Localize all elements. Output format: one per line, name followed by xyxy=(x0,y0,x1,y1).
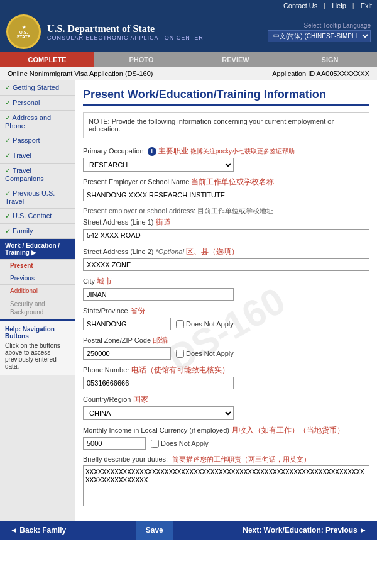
state-group: State/Province 省份 Does Not Apply xyxy=(83,306,369,330)
city-group: City 城市 xyxy=(83,276,369,301)
lang-selector-area: Select Tooltip Language 中文(简体) (CHINESE-… xyxy=(268,22,371,42)
save-button[interactable]: Save xyxy=(136,521,173,540)
postal-does-not-apply-label[interactable]: Does Not Apply xyxy=(176,350,234,358)
street2-label: Street Address (Line 2) *Optional 区、县（选填… xyxy=(83,247,369,257)
duties-group: Briefly describe your duties: 简要描述您的工作职责… xyxy=(83,455,369,508)
employer-name-input[interactable] xyxy=(83,189,369,201)
help-link[interactable]: Help xyxy=(332,2,346,9)
form-name: Online Nonimmigrant Visa Application (DS… xyxy=(8,70,153,77)
employer-name-group: Present Employer or School Name 当前工作单位或学… xyxy=(83,177,369,201)
sidebar-item-passport[interactable]: Passport xyxy=(0,133,75,148)
primary-occupation-label: Primary Occupation i 主要职业 微博关注pocky小七获取更… xyxy=(83,146,369,157)
address-section-label: Present employer or school address: 目前工作… xyxy=(83,206,369,216)
lang-prompt: Select Tooltip Language xyxy=(268,22,371,29)
state-inline: Does Not Apply xyxy=(83,318,369,330)
sidebar-help: Help: Navigation Buttons Click on the bu… xyxy=(0,319,75,375)
income-does-not-apply-label[interactable]: Does Not Apply xyxy=(151,440,209,448)
sidebar-help-text: Click on the buttons above to access pre… xyxy=(5,342,70,370)
main-content: Present Work/Education/Training Informat… xyxy=(75,80,377,521)
income-does-not-apply-checkbox[interactable] xyxy=(151,440,159,448)
form-content: Primary Occupation i 主要职业 微博关注pocky小七获取更… xyxy=(83,146,369,508)
city-input[interactable] xyxy=(83,288,234,301)
next-button[interactable]: Next: Work/Education: Previous ► xyxy=(232,521,377,540)
sidebar-sub-previous[interactable]: Previous xyxy=(0,272,75,285)
top-bar: Contact Us | Help | Exit xyxy=(0,0,377,11)
postal-does-not-apply-checkbox[interactable] xyxy=(176,350,184,358)
progress-sign[interactable]: SIGN xyxy=(283,52,377,67)
postal-inline: Does Not Apply xyxy=(83,347,369,360)
employer-name-label: Present Employer or School Name 当前工作单位或学… xyxy=(83,177,369,187)
phone-group: Phone Number 电话（使馆有可能致电核实） xyxy=(83,365,369,389)
state-does-not-apply-checkbox[interactable] xyxy=(176,320,184,328)
language-select[interactable]: 中文(简体) (CHINESE-SIMPLI xyxy=(268,30,371,42)
state-label: State/Province 省份 xyxy=(83,306,369,316)
sidebar-item-getting-started[interactable]: Getting Started xyxy=(0,80,75,96)
sidebar-item-us-contact[interactable]: U.S. Contact xyxy=(0,209,75,224)
country-label: Country/Region 国家 xyxy=(83,394,369,405)
note-box: NOTE: Provide the following information … xyxy=(83,112,369,138)
dept-subtitle: CONSULAR ELECTRONIC APPLICATION CENTER xyxy=(47,35,261,41)
phone-input[interactable] xyxy=(83,377,234,389)
app-id-bar: Online Nonimmigrant Visa Application (DS… xyxy=(0,67,377,80)
sidebar-item-personal[interactable]: Personal xyxy=(0,96,75,111)
hint-text: 微博关注pocky小七获取更多签证帮助 xyxy=(190,148,295,155)
sidebar-item-travel[interactable]: Travel xyxy=(0,148,75,164)
sidebar-sub-additional[interactable]: Additional xyxy=(0,285,75,297)
sidebar-sub-security[interactable]: Security and Background xyxy=(0,297,75,319)
exit-link[interactable]: Exit xyxy=(361,2,372,9)
bottom-nav: ◄ Back: Family Save Next: Work/Education… xyxy=(0,521,377,540)
country-group: Country/Region 国家 CHINA xyxy=(83,394,369,420)
back-button[interactable]: ◄ Back: Family xyxy=(0,521,76,540)
income-label: Monthly Income in Local Currency (if emp… xyxy=(83,425,369,436)
progress-bar: COMPLETE PHOTO REVIEW SIGN xyxy=(0,52,377,67)
sidebar-item-family[interactable]: Family xyxy=(0,224,75,239)
primary-occupation-group: Primary Occupation i 主要职业 微博关注pocky小七获取更… xyxy=(83,146,369,172)
country-select[interactable]: CHINA xyxy=(83,406,234,420)
sidebar-item-address[interactable]: Address and Phone xyxy=(0,111,75,133)
street2-group: Street Address (Line 2) *Optional 区、县（选填… xyxy=(83,247,369,271)
postal-label: Postal Zone/ZIP Code 邮编 xyxy=(83,335,369,346)
page-title: Present Work/Education/Training Informat… xyxy=(83,88,369,106)
state-input[interactable] xyxy=(83,318,171,330)
progress-photo[interactable]: PHOTO xyxy=(94,52,188,67)
progress-complete[interactable]: COMPLETE xyxy=(0,52,94,67)
sidebar-sub-present[interactable]: Present xyxy=(0,260,75,272)
primary-occupation-info-icon[interactable]: i xyxy=(148,147,156,156)
sidebar-item-prev-travel[interactable]: Previous U.S. Travel xyxy=(0,186,75,209)
postal-group: Postal Zone/ZIP Code 邮编 Does Not Apply xyxy=(83,335,369,360)
street1-input[interactable] xyxy=(83,229,369,241)
sidebar-item-work[interactable]: Work / Education / Training ▶ xyxy=(0,239,75,260)
street1-label: Street Address (Line 1) 街道 xyxy=(83,217,369,228)
sidebar-item-companions[interactable]: Travel Companions xyxy=(0,164,75,186)
postal-input[interactable] xyxy=(83,347,171,360)
city-label: City 城市 xyxy=(83,276,369,287)
duties-label: Briefly describe your duties: 简要描述您的工作职责… xyxy=(83,455,369,464)
street2-input[interactable] xyxy=(83,258,369,271)
duties-textarea[interactable]: XXXXXXXXXXXXXXXXXXXXXXXXXXXXXXXXXXXXXXXX… xyxy=(83,465,369,506)
sidebar-help-title: Help: Navigation Buttons xyxy=(5,326,70,340)
header: ★U.S.STATE U.S. Department of State CONS… xyxy=(0,11,377,52)
street1-group: Street Address (Line 1) 街道 xyxy=(83,217,369,241)
income-inline: Does Not Apply xyxy=(83,437,369,450)
application-id: Application ID AA005XXXXXXX xyxy=(272,70,369,77)
primary-occupation-select[interactable]: RESEARCH xyxy=(83,158,234,172)
dept-info: U.S. Department of State CONSULAR ELECTR… xyxy=(47,23,261,41)
phone-label: Phone Number 电话（使馆有可能致电核实） xyxy=(83,365,369,375)
contact-us-link[interactable]: Contact Us xyxy=(283,2,317,9)
form-wrapper: DS-160 Primary Occupation i 主要职业 微博关注poc… xyxy=(83,146,369,513)
dept-title: U.S. Department of State xyxy=(47,23,261,35)
progress-review[interactable]: REVIEW xyxy=(188,52,283,67)
state-does-not-apply-label[interactable]: Does Not Apply xyxy=(176,320,234,328)
main-layout: Getting Started Personal Address and Pho… xyxy=(0,80,377,521)
sidebar: Getting Started Personal Address and Pho… xyxy=(0,80,75,521)
state-seal: ★U.S.STATE xyxy=(6,14,41,49)
income-input[interactable] xyxy=(83,437,146,450)
income-group: Monthly Income in Local Currency (if emp… xyxy=(83,425,369,450)
